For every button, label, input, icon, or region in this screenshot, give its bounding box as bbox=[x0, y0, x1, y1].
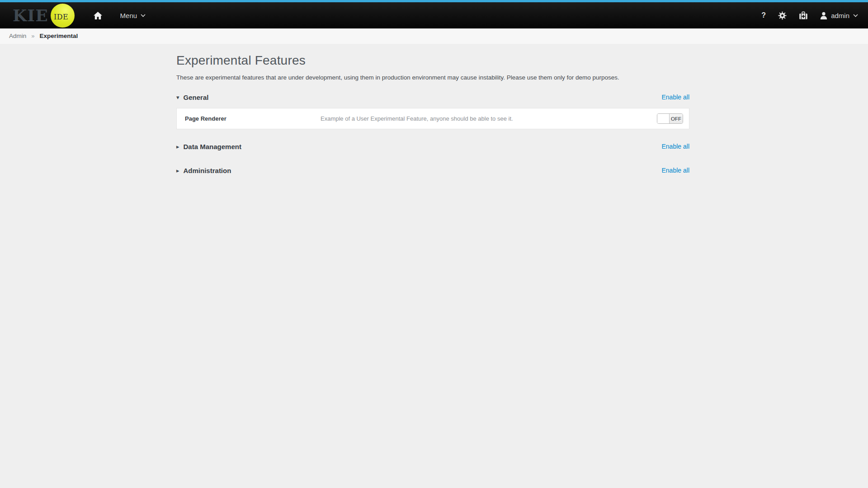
page-renderer-toggle[interactable]: OFF bbox=[657, 113, 683, 124]
menu-label: Menu bbox=[120, 12, 137, 19]
feature-description: Example of a User Experimental Feature, … bbox=[321, 115, 657, 122]
caret-right-icon: ▸ bbox=[176, 144, 179, 150]
help-icon: ? bbox=[761, 11, 766, 19]
app-logo[interactable]: KIE IDE bbox=[13, 4, 75, 28]
section-header-administration: ▸ Administration Enable all bbox=[176, 164, 689, 177]
section-header-general: ▾ General Enable all bbox=[176, 90, 689, 104]
navbar-right-group: ? bbox=[761, 11, 858, 20]
breadcrumb-item-admin[interactable]: Admin bbox=[9, 33, 26, 39]
feature-row-page-renderer: Page Renderer Example of a User Experime… bbox=[176, 108, 689, 129]
chevron-down-icon bbox=[141, 14, 146, 17]
section-title-administration: Administration bbox=[184, 167, 231, 174]
breadcrumb-item-experimental: Experimental bbox=[40, 33, 78, 39]
enable-all-link-administration[interactable]: Enable all bbox=[662, 167, 690, 174]
caret-right-icon: ▸ bbox=[176, 168, 179, 174]
breadcrumb-separator: » bbox=[31, 33, 34, 39]
user-label: admin bbox=[831, 12, 849, 19]
medkit-icon bbox=[799, 11, 808, 20]
breadcrumb: Admin » Experimental bbox=[0, 28, 868, 44]
section-title-general: General bbox=[184, 94, 209, 101]
menu-dropdown[interactable]: Menu bbox=[120, 12, 146, 19]
user-icon bbox=[820, 12, 827, 19]
toggle-state-label: OFF bbox=[670, 114, 683, 123]
experimental-features-panel: Experimental Features These are experime… bbox=[176, 53, 689, 177]
medkit-button[interactable] bbox=[799, 11, 808, 20]
chevron-down-icon bbox=[853, 14, 858, 17]
user-dropdown[interactable]: admin bbox=[820, 12, 858, 19]
enable-all-link-data-management[interactable]: Enable all bbox=[662, 143, 690, 150]
help-button[interactable]: ? bbox=[761, 11, 766, 19]
feature-name: Page Renderer bbox=[185, 115, 321, 122]
logo-kie-text: KIE bbox=[13, 7, 48, 23]
top-navbar: KIE IDE Menu ? bbox=[0, 2, 868, 28]
page-title: Experimental Features bbox=[176, 53, 689, 68]
settings-button[interactable] bbox=[778, 11, 787, 20]
section-toggle-general[interactable]: ▾ General bbox=[176, 94, 208, 101]
section-header-data-management: ▸ Data Management Enable all bbox=[176, 140, 689, 153]
section-toggle-data-management[interactable]: ▸ Data Management bbox=[176, 143, 241, 150]
logo-ide-text: IDE bbox=[54, 13, 68, 21]
home-icon bbox=[94, 12, 102, 19]
section-title-data-management: Data Management bbox=[184, 143, 241, 150]
toggle-handle bbox=[657, 114, 670, 123]
section-toggle-administration[interactable]: ▸ Administration bbox=[176, 167, 231, 174]
caret-down-icon: ▾ bbox=[176, 94, 179, 100]
page-description: These are experimental features that are… bbox=[176, 74, 689, 81]
gear-icon bbox=[778, 11, 787, 20]
enable-all-link-general[interactable]: Enable all bbox=[662, 94, 690, 101]
home-button[interactable] bbox=[94, 12, 102, 19]
logo-ide-badge: IDE bbox=[51, 4, 75, 28]
